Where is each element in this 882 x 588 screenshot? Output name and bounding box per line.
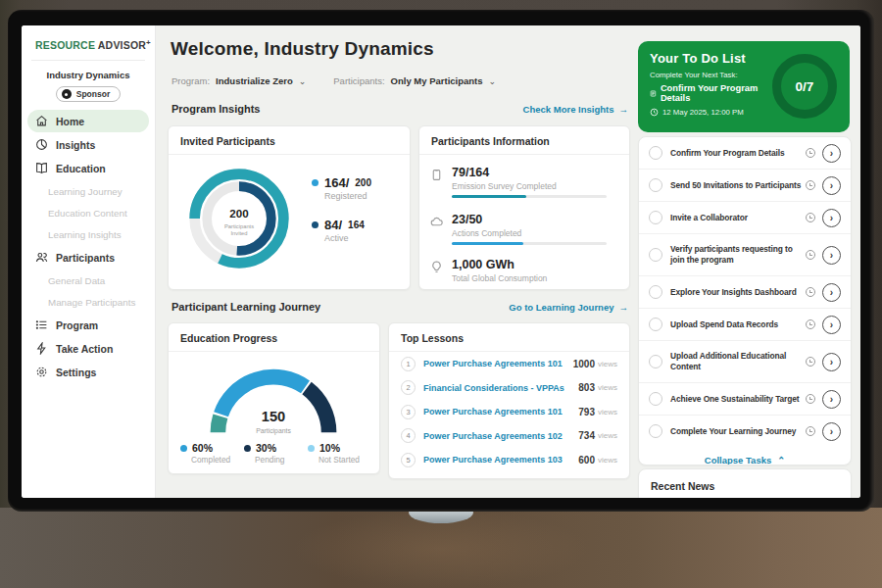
go-to-learning-journey-label: Go to Learning Journey	[509, 302, 613, 313]
task-open-button[interactable]: ›	[822, 209, 841, 227]
sidebar-item-manage-participants[interactable]: Manage Participants	[22, 291, 155, 313]
participants-filter-value: Only My Participants	[391, 75, 483, 86]
task-checkbox[interactable]	[649, 424, 662, 438]
chevron-right-icon: ›	[830, 319, 833, 330]
clock-icon	[806, 394, 815, 404]
task-open-button[interactable]: ›	[822, 144, 841, 163]
page-title: Welcome, Industry Dynamics	[171, 38, 434, 60]
gauge-center-label: Participants	[256, 427, 291, 435]
actions-icon	[430, 216, 443, 228]
sponsor-icon	[62, 89, 72, 99]
sidebar-item-learning-insights[interactable]: Learning Insights	[22, 223, 155, 245]
task-checkbox[interactable]	[649, 285, 662, 299]
task-open-button[interactable]: ›	[822, 353, 841, 371]
invited-participants-title: Invited Participants	[169, 126, 410, 155]
task-checkbox[interactable]	[649, 355, 662, 368]
invited-legend: 164/200 Registered 84/164 Active	[312, 175, 371, 260]
clock-icon	[806, 180, 815, 190]
check-more-insights-link[interactable]: Check More Insights →	[523, 104, 628, 115]
chevron-down-icon: ⌄	[299, 76, 307, 86]
task-open-button[interactable]: ›	[822, 390, 841, 409]
task-checkbox[interactable]	[649, 248, 662, 262]
org-name: Industry Dynamics	[22, 70, 155, 80]
chevron-right-icon: ›	[830, 213, 833, 223]
sponsor-badge[interactable]: Sponsor	[56, 86, 121, 102]
lesson-link[interactable]: Financial Considerations - VPPAs	[423, 383, 578, 393]
registered-value: 164/	[324, 175, 349, 190]
arrow-right-icon: →	[619, 104, 629, 115]
participants-filter-label: Participants:	[333, 75, 384, 86]
sidebar-item-learning-journey[interactable]: Learning Journey	[22, 180, 155, 202]
lesson-link[interactable]: Power Purchase Agreements 103	[423, 455, 578, 465]
clock-icon	[806, 426, 815, 436]
task-checkbox[interactable]	[649, 392, 662, 406]
active-value: 84/	[324, 218, 342, 232]
clock-icon	[806, 357, 815, 367]
donut-center-label-2: Invited	[230, 230, 247, 236]
task-row-verify-participants: Verify participants requesting to join t…	[639, 234, 851, 276]
task-open-button[interactable]: ›	[822, 283, 841, 302]
lesson-link[interactable]: Power Purchase Agreements 101	[423, 407, 578, 416]
chevron-right-icon: ›	[830, 180, 833, 191]
sidebar-item-education-content[interactable]: Education Content	[22, 202, 155, 223]
pending-label: Pending	[255, 455, 308, 465]
lesson-link[interactable]: Power Purchase Agreements 102	[423, 431, 578, 441]
emission-progress-bar	[452, 195, 607, 198]
participants-filter[interactable]: Participants: Only My Participants ⌄	[333, 75, 496, 86]
sidebar-item-home[interactable]: Home	[27, 110, 149, 132]
home-icon	[35, 115, 48, 127]
todo-summary-card: Your To Do List Complete Your Next Task:…	[638, 41, 850, 132]
stat-label: Actions Completed	[452, 228, 521, 238]
sidebar-item-settings[interactable]: Settings	[22, 361, 155, 383]
sidebar-item-participants[interactable]: Participants	[22, 246, 155, 269]
photo-stage: RESOURCE ADVISOR+ Industry Dynamics Spon…	[0, 0, 882, 588]
donut-center-label-1: Participants	[224, 223, 254, 229]
insights-icon	[35, 138, 48, 151]
go-to-learning-journey-link[interactable]: Go to Learning Journey →	[509, 302, 628, 313]
gauge-pending-segment	[307, 388, 329, 432]
emission-progress-fill	[452, 195, 526, 198]
task-open-button[interactable]: ›	[822, 176, 841, 195]
task-open-button[interactable]: ›	[822, 316, 841, 334]
todo-due: 12 May 2025, 12:00 PM	[650, 108, 760, 117]
chevron-up-icon: ⌃	[777, 455, 785, 466]
registered-dot	[312, 179, 318, 186]
collapse-tasks-link[interactable]: Collapse Tasks ⌃	[639, 447, 851, 466]
sidebar-item-education[interactable]: Education	[22, 157, 155, 179]
active-total: 164	[348, 220, 365, 230]
lesson-rank: 4	[401, 428, 416, 443]
task-label: Explore Your Insights Dashboard	[670, 287, 806, 298]
task-open-button[interactable]: ›	[822, 246, 841, 265]
lesson-views: 793	[578, 407, 595, 417]
sidebar-item-take-action[interactable]: Take Action	[22, 337, 155, 360]
task-checkbox[interactable]	[649, 211, 662, 224]
clock-icon	[806, 319, 815, 329]
stat-label: Emission Survey Completed	[452, 181, 557, 191]
chevron-right-icon: ›	[830, 426, 833, 437]
completed-label: Completed	[191, 455, 244, 465]
sidebar-item-general-data[interactable]: General Data	[22, 270, 155, 291]
task-checkbox[interactable]	[649, 146, 662, 160]
todo-progress-ring: 0/7	[772, 54, 837, 119]
collapse-tasks-label: Collapse Tasks	[705, 455, 771, 466]
lesson-link[interactable]: Power Purchase Agreements 101	[423, 359, 573, 368]
todo-task-list: Confirm Your Program Details › Send 50 I…	[638, 136, 852, 466]
actions-progress-bar	[452, 242, 607, 245]
clock-icon	[806, 213, 815, 222]
lesson-row: 5 Power Purchase Agreements 103 600 view…	[389, 448, 629, 472]
lesson-rank: 3	[401, 405, 416, 419]
lesson-views: 803	[578, 382, 595, 393]
sidebar-item-label: Participants	[56, 252, 115, 264]
views-label: views	[598, 431, 617, 440]
sidebar-item-program[interactable]: Program	[22, 314, 155, 336]
views-label: views	[598, 456, 617, 465]
task-checkbox[interactable]	[649, 318, 662, 331]
task-open-button[interactable]: ›	[822, 422, 841, 441]
legend-completed: 60% Completed	[180, 442, 244, 465]
sidebar-item-insights[interactable]: Insights	[22, 133, 155, 156]
program-filter[interactable]: Program: Industrialize Zero ⌄	[172, 75, 306, 86]
views-label: views	[598, 408, 617, 416]
task-checkbox[interactable]	[649, 178, 662, 192]
legend-not-started: 10% Not Started	[308, 442, 371, 465]
todo-next-task[interactable]: Confirm Your Program Details	[650, 83, 760, 103]
